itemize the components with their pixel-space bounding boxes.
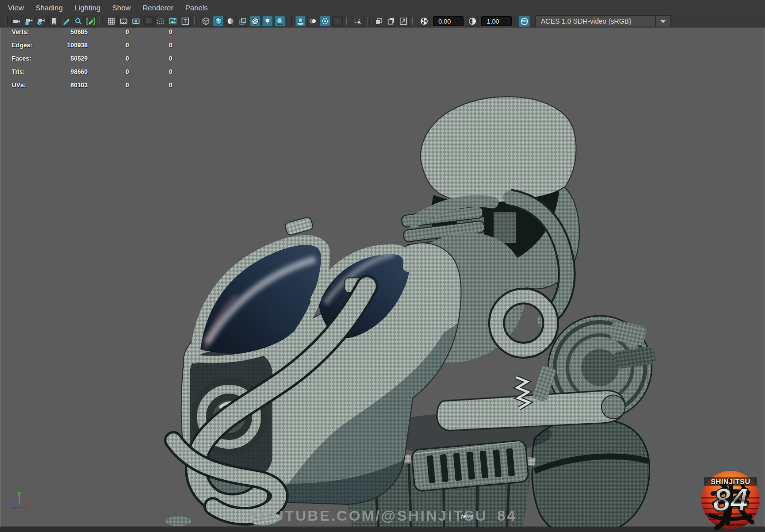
- toolbar-grip[interactable]: [412, 17, 415, 25]
- hud-value: 0: [88, 68, 129, 82]
- field-chart-icon[interactable]: [155, 16, 166, 27]
- window-bottom-strip: [0, 527, 765, 532]
- hud-label: Tris:: [12, 68, 45, 82]
- screen-space-ao-icon[interactable]: [295, 16, 306, 27]
- gate-mask-icon[interactable]: [143, 16, 154, 27]
- hud-label: Edges:: [12, 42, 45, 55]
- smooth-shade-icon[interactable]: [213, 16, 224, 27]
- viewport-toolbar: T 0.00 1.00 ON ACES 1.0 SDR-video (sRGB): [0, 15, 765, 28]
- motion-blur-icon[interactable]: [307, 16, 318, 27]
- hud-value: 0: [129, 29, 172, 42]
- resolution-gate-icon[interactable]: [131, 16, 141, 27]
- bookmarks-icon[interactable]: [48, 16, 59, 27]
- lock-camera-icon[interactable]: [24, 16, 34, 27]
- on-toggle-label: ON: [521, 18, 528, 25]
- textured-icon[interactable]: [250, 16, 261, 27]
- texture-icon-glyph: T: [184, 18, 187, 24]
- shadows-icon[interactable]: [274, 16, 285, 27]
- gamma-field[interactable]: 1.00: [481, 16, 512, 26]
- toolbar-grip[interactable]: [289, 17, 292, 25]
- hud-value: 50685: [45, 29, 88, 42]
- hud-value: 60103: [45, 82, 88, 95]
- hud-label: Verts:: [12, 29, 45, 42]
- hud-value: 0: [88, 42, 129, 55]
- checker-textured-model: [163, 87, 660, 527]
- menu-shading[interactable]: Shading: [35, 3, 63, 12]
- pan-zoom-icon[interactable]: [73, 16, 84, 27]
- exposure-field[interactable]: 0.00: [433, 16, 464, 26]
- grid-icon[interactable]: [106, 16, 117, 27]
- 3d-viewport[interactable]: Verts:5068500 Edges:10093800 Faces:50529…: [0, 28, 765, 527]
- object-selection-icon[interactable]: [353, 16, 364, 27]
- texture-placement-icon[interactable]: T: [180, 16, 191, 27]
- hud-value: 0: [129, 55, 172, 68]
- hud-value: 50529: [45, 55, 88, 68]
- toolbar-grip[interactable]: [367, 17, 370, 25]
- hud-value: 0: [88, 55, 129, 68]
- panel-menu-bar: View Shading Lighting Show Renderer Pane…: [0, 0, 765, 15]
- anti-aliasing-icon[interactable]: [320, 16, 331, 27]
- grease-pencil-icon[interactable]: [61, 16, 71, 27]
- flat-shade-icon[interactable]: [225, 16, 236, 27]
- hud-value: 0: [129, 68, 172, 82]
- toolbar-grip[interactable]: [346, 17, 349, 25]
- toolbar-grip[interactable]: [5, 17, 8, 25]
- film-gate-icon[interactable]: [118, 16, 129, 27]
- channel-logo: SHINJITSU 84: [699, 470, 762, 531]
- model-hose-loop: [497, 296, 551, 350]
- menu-panels[interactable]: Panels: [185, 3, 208, 12]
- hud-value: 98660: [45, 68, 88, 82]
- toolbar-grip[interactable]: [194, 17, 197, 25]
- logo-number: 84: [699, 482, 762, 518]
- view-transform-toggle[interactable]: ON: [518, 15, 530, 27]
- select-camera-icon[interactable]: [11, 16, 22, 27]
- axis-z-label: z: [8, 500, 11, 506]
- camera-attributes-icon[interactable]: [36, 16, 47, 27]
- hud-label: UVs:: [12, 82, 45, 95]
- image-plane-icon[interactable]: [167, 16, 178, 27]
- bounding-box-icon[interactable]: [237, 16, 248, 27]
- annotate-icon[interactable]: [85, 16, 96, 27]
- lights-icon[interactable]: [262, 16, 273, 27]
- hud-value: 0: [129, 42, 172, 55]
- exposure-icon[interactable]: [419, 16, 430, 27]
- poly-count-hud: Verts:5068500 Edges:10093800 Faces:50529…: [12, 29, 172, 95]
- menu-show[interactable]: Show: [112, 3, 131, 12]
- isolate-view-icon[interactable]: [386, 16, 397, 27]
- toolbar-grip[interactable]: [100, 17, 102, 25]
- maya-viewport-window: View Shading Lighting Show Renderer Pane…: [0, 0, 765, 532]
- hud-value: 0: [88, 82, 129, 95]
- hud-value: 0: [88, 29, 129, 42]
- menu-renderer[interactable]: Renderer: [142, 3, 173, 12]
- axis-x-label: x: [27, 500, 30, 506]
- menu-view[interactable]: View: [8, 3, 24, 12]
- hud-value: 0: [129, 82, 172, 95]
- disabled-slot-icon[interactable]: [332, 16, 343, 27]
- isolate-selected-icon[interactable]: [373, 16, 384, 27]
- hud-value: 100938: [45, 42, 88, 55]
- colorspace-value: ACES 1.0 SDR-video (sRGB): [536, 17, 655, 25]
- axis-y-line: [19, 497, 20, 504]
- wireframe-cube-icon[interactable]: [200, 16, 211, 27]
- watermark-text: YOUTUBE.COM/@SHINJITSU_84: [0, 507, 765, 524]
- colorspace-dropdown[interactable]: ACES 1.0 SDR-video (sRGB): [535, 15, 671, 27]
- menu-lighting[interactable]: Lighting: [74, 3, 100, 12]
- snapshot-icon[interactable]: [398, 16, 409, 27]
- axis-y-label: y: [18, 490, 21, 496]
- hud-label: Faces:: [12, 55, 45, 68]
- contrast-icon[interactable]: [467, 16, 478, 27]
- chevron-down-icon[interactable]: [655, 16, 670, 27]
